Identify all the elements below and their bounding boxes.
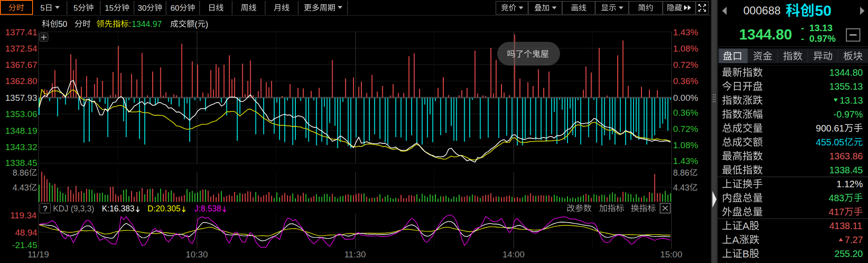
svg-text:1343.32: 1343.32: [5, 142, 37, 152]
svg-text:8.86: 8.86: [673, 168, 689, 178]
svg-text:1377.41: 1377.41: [5, 27, 37, 37]
svg-text:1.08%: 1.08%: [673, 140, 698, 150]
svg-text:900.61: 900.61: [816, 123, 844, 133]
svg-text:?: ?: [43, 204, 47, 213]
svg-text:-0.97%: -0.97%: [834, 109, 863, 119]
svg-text:K:16.383: K:16.383: [102, 204, 134, 213]
svg-text:1344.97: 1344.97: [132, 20, 162, 29]
svg-text:D:20.305: D:20.305: [147, 204, 180, 213]
svg-text:): ): [206, 20, 208, 29]
svg-text:1.08%: 1.08%: [673, 44, 698, 53]
svg-text:50: 50: [815, 2, 832, 19]
svg-text:0.72%: 0.72%: [673, 60, 698, 70]
svg-text:A: A: [742, 220, 749, 232]
svg-text:1348.19: 1348.19: [5, 126, 37, 136]
svg-text:1357.93: 1357.93: [5, 93, 37, 103]
svg-text:4.43: 4.43: [13, 183, 29, 192]
svg-text:1372.54: 1372.54: [5, 44, 37, 53]
svg-text:1.12%: 1.12%: [836, 179, 863, 189]
svg-text:5: 5: [73, 4, 78, 13]
svg-text:50: 50: [58, 20, 67, 29]
svg-text:48.94: 48.94: [15, 228, 38, 237]
svg-text:B: B: [742, 248, 749, 260]
svg-text:1355.13: 1355.13: [829, 81, 863, 92]
svg-text:119.34: 119.34: [10, 210, 37, 220]
svg-text:1344.80: 1344.80: [739, 26, 792, 43]
svg-text:- 0.97%: - 0.97%: [801, 33, 836, 44]
svg-text:1362.80: 1362.80: [5, 76, 37, 86]
svg-text:-21.45: -21.45: [12, 240, 37, 250]
svg-text:417: 417: [829, 207, 844, 217]
svg-text:1.43%: 1.43%: [673, 156, 698, 166]
svg-text:000688: 000688: [743, 4, 781, 17]
svg-text:4138.11: 4138.11: [829, 221, 862, 231]
svg-text:A: A: [732, 234, 739, 246]
svg-text:15:00: 15:00: [660, 250, 682, 259]
svg-text:11:30: 11:30: [344, 250, 366, 259]
svg-text:0.72%: 0.72%: [673, 124, 698, 134]
svg-text:1353.06: 1353.06: [5, 109, 37, 119]
svg-text:455.05: 455.05: [816, 137, 844, 147]
svg-text:1367.67: 1367.67: [5, 60, 37, 70]
svg-text:60: 60: [171, 4, 180, 13]
svg-text:14:00: 14:00: [502, 250, 525, 259]
svg-text:255.20: 255.20: [835, 249, 863, 259]
svg-text:0.36%: 0.36%: [673, 108, 698, 118]
svg-text:483: 483: [829, 193, 844, 203]
svg-text:(: (: [195, 20, 198, 29]
svg-text:5: 5: [40, 4, 45, 13]
svg-text::: :: [129, 20, 131, 29]
svg-text:30: 30: [138, 4, 147, 13]
svg-text:KDJ (9,3,3): KDJ (9,3,3): [53, 204, 94, 213]
svg-text:0.00%: 0.00%: [673, 93, 698, 103]
svg-text:1363.86: 1363.86: [829, 151, 863, 161]
svg-text:7.27: 7.27: [845, 235, 863, 245]
svg-text:0.36%: 0.36%: [673, 76, 698, 86]
svg-text:13.13: 13.13: [840, 95, 863, 105]
svg-text:1338.45: 1338.45: [829, 165, 863, 175]
svg-text:10:30: 10:30: [186, 250, 208, 259]
svg-text:8.86: 8.86: [13, 168, 29, 178]
svg-text:1338.45: 1338.45: [5, 158, 37, 168]
svg-text:15: 15: [105, 4, 114, 13]
svg-text:- 13.13: - 13.13: [801, 23, 833, 33]
svg-text:11/19: 11/19: [27, 250, 49, 259]
svg-text:1.43%: 1.43%: [673, 27, 698, 37]
svg-text:J:8.538: J:8.538: [194, 204, 221, 213]
svg-text:1344.80: 1344.80: [829, 67, 863, 78]
svg-text:4.43: 4.43: [673, 183, 689, 192]
